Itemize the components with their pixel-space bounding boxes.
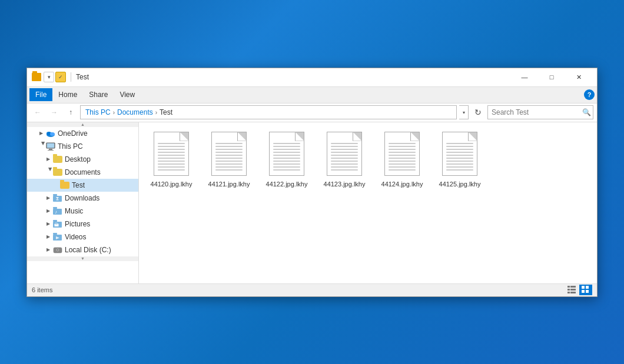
refresh-button[interactable]: ↻ <box>471 105 485 119</box>
doc-lines <box>389 143 416 172</box>
main-content: ▲ ▶ OneDrive ▶ <box>27 122 597 283</box>
doc-icon <box>211 132 247 176</box>
sidebar-item-thispc[interactable]: ▶ This PC <box>27 140 138 153</box>
videos-arrow: ▶ <box>44 232 53 242</box>
pictures-arrow: ▶ <box>44 219 53 229</box>
item-count: 6 items <box>32 286 52 293</box>
sidebar-item-onedrive[interactable]: ▶ OneDrive <box>27 127 138 140</box>
path-segment: This PC › Documents › Test <box>85 108 172 116</box>
sidebar-item-localdisk[interactable]: ▶ Local Disk (C:) <box>27 243 138 256</box>
sidebar-item-videos[interactable]: ▶ Videos <box>27 231 138 243</box>
svg-rect-14 <box>53 220 57 222</box>
window-title: Test <box>76 73 89 81</box>
close-button[interactable]: ✕ <box>565 68 592 86</box>
pictures-label: Pictures <box>65 220 90 228</box>
quick-access-toolbar: ▾ ✓ <box>44 72 66 82</box>
svg-rect-28 <box>582 286 585 289</box>
scroll-down-indicator[interactable]: ▼ <box>27 256 138 261</box>
music-folder-icon: ♪ <box>53 207 62 215</box>
svg-rect-25 <box>570 289 576 290</box>
path-arrow-2: › <box>155 109 157 116</box>
file-item-f4[interactable]: 44123.jpg.lkhy <box>318 128 371 192</box>
menu-file[interactable]: File <box>29 88 52 101</box>
view-details-button[interactable] <box>565 285 578 295</box>
file-item-f6[interactable]: 44125.jpg.lkhy <box>433 128 486 192</box>
path-test[interactable]: Test <box>160 108 172 116</box>
address-bar: ← → ↑ This PC › Documents › Test ▾ ↻ 🔍 <box>27 103 597 122</box>
quick-btn-properties[interactable]: ✓ <box>55 72 66 82</box>
title-bar-controls: — □ ✕ <box>511 68 592 86</box>
music-label: Music <box>65 207 83 215</box>
quick-btn-1[interactable]: ▾ <box>44 72 54 82</box>
address-dropdown[interactable]: ▾ <box>459 105 469 119</box>
pictures-folder-icon: 🏔 <box>53 220 62 228</box>
doc-lines <box>273 143 300 172</box>
sidebar: ▲ ▶ OneDrive ▶ <box>27 122 139 283</box>
menu-home[interactable]: Home <box>52 88 83 101</box>
sidebar-item-desktop[interactable]: ▶ Desktop <box>27 153 138 166</box>
sidebar-item-test[interactable]: Test <box>27 179 138 192</box>
svg-rect-29 <box>586 286 589 289</box>
file-thumb <box>324 132 365 179</box>
scroll-up-indicator[interactable]: ▲ <box>27 122 138 127</box>
menu-view[interactable]: View <box>114 88 141 101</box>
doc-lines <box>158 143 185 172</box>
file-item-f1[interactable]: 44120.jpg.lkhy <box>145 128 198 192</box>
file-thumb <box>266 132 307 179</box>
svg-rect-17 <box>53 233 57 235</box>
file-area: 44120.jpg.lkhy <box>139 122 597 283</box>
menu-share[interactable]: Share <box>83 88 114 101</box>
test-arrow <box>51 181 60 190</box>
back-button[interactable]: ← <box>31 105 45 119</box>
address-path[interactable]: This PC › Documents › Test <box>80 105 457 119</box>
file-name: 44124.jpg.lkhy <box>381 180 423 188</box>
thispc-label: This PC <box>58 142 83 151</box>
search-icon[interactable]: 🔍 <box>582 108 591 116</box>
sidebar-item-pictures[interactable]: ▶ 🏔 Pictures <box>27 218 138 231</box>
doc-icon <box>154 132 189 176</box>
view-icons-button[interactable] <box>579 285 592 295</box>
path-documents[interactable]: Documents <box>117 108 153 116</box>
search-input[interactable] <box>492 108 580 116</box>
localdisk-icon <box>53 246 62 254</box>
file-name: 44125.jpg.lkhy <box>439 180 481 188</box>
title-separator <box>71 72 71 82</box>
svg-rect-5 <box>48 150 54 151</box>
file-thumb <box>208 132 250 179</box>
forward-button[interactable]: → <box>47 105 61 119</box>
doc-lines <box>331 143 358 172</box>
svg-point-2 <box>50 132 55 136</box>
help-button[interactable]: ? <box>584 89 595 100</box>
onedrive-arrow: ▶ <box>36 129 46 138</box>
file-name: 44121.jpg.lkhy <box>208 180 250 188</box>
svg-rect-3 <box>47 143 55 148</box>
status-bar: 6 items <box>27 283 597 296</box>
documents-arrow: ▶ <box>44 168 53 177</box>
videos-folder-icon <box>53 233 62 241</box>
up-button[interactable]: ↑ <box>64 105 78 119</box>
minimize-button[interactable]: — <box>511 68 538 86</box>
doc-lines <box>215 143 243 172</box>
documents-label: Documents <box>65 168 101 176</box>
menu-bar: File Home Share View ? <box>27 87 597 103</box>
sidebar-item-downloads[interactable]: ▶ Downloads <box>27 192 138 205</box>
maximize-button[interactable]: □ <box>538 68 565 86</box>
thispc-icon <box>46 142 55 151</box>
downloads-label: Downloads <box>65 194 99 202</box>
doc-icon <box>269 132 304 176</box>
file-item-f5[interactable]: 44124.jpg.lkhy <box>376 128 429 192</box>
folder-title-icon <box>32 73 41 81</box>
file-item-f2[interactable]: 44121.jpg.lkhy <box>203 128 255 192</box>
file-item-f3[interactable]: 44122.jpg.lkhy <box>260 128 313 192</box>
svg-text:♪: ♪ <box>55 209 57 215</box>
file-name: 44120.jpg.lkhy <box>151 180 192 188</box>
downloads-folder-icon <box>53 194 62 202</box>
path-thispc[interactable]: This PC <box>85 108 111 116</box>
svg-rect-7 <box>53 194 57 196</box>
status-bar-right <box>565 285 592 295</box>
doc-icon <box>327 132 362 176</box>
sidebar-item-music[interactable]: ▶ ♪ Music <box>27 205 138 218</box>
path-arrow-1: › <box>113 109 115 116</box>
sidebar-item-documents[interactable]: ▶ Documents <box>27 166 138 179</box>
doc-lines <box>446 143 473 172</box>
